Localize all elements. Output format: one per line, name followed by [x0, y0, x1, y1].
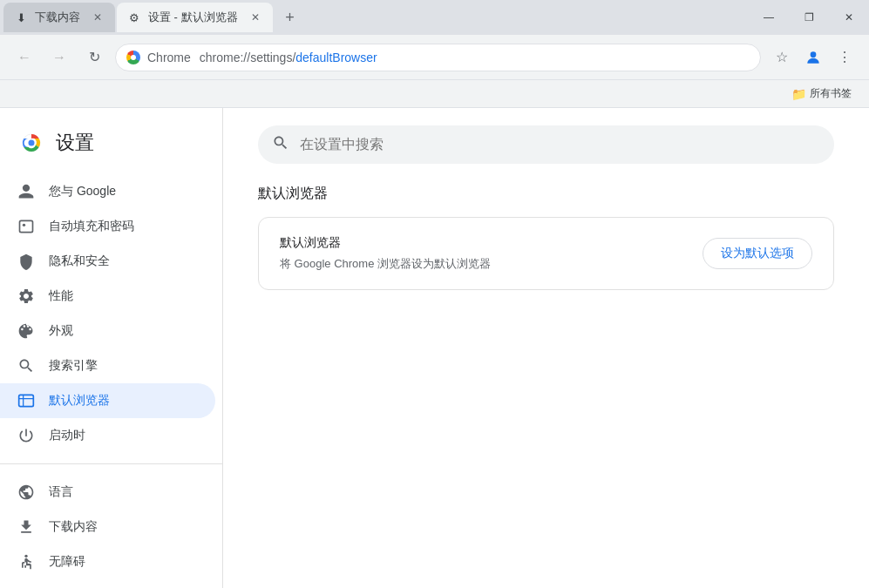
badge-icon: [17, 218, 35, 235]
card-main-title: 默认浏览器: [280, 235, 491, 251]
window-controls: — ❐ ✕: [749, 0, 869, 35]
sidebar-item-privacy[interactable]: 隐私和安全: [0, 244, 215, 279]
sidebar-privacy-label: 隐私和安全: [49, 253, 110, 269]
palette-icon: [17, 322, 35, 340]
sidebar-item-performance[interactable]: 性能: [0, 279, 215, 314]
svg-point-0: [811, 51, 817, 57]
sidebar-default-browser-label: 默认浏览器: [49, 393, 110, 409]
sidebar-language-label: 语言: [49, 484, 73, 500]
accessibility-icon: [17, 553, 35, 571]
menu-button[interactable]: ⋮: [831, 44, 859, 71]
maximize-button[interactable]: ❐: [789, 3, 829, 31]
shield-icon: [17, 253, 35, 270]
settings-page-title: 设置: [56, 130, 94, 156]
svg-rect-5: [20, 220, 33, 232]
bookmarks-bar: 📁 所有书签: [0, 80, 869, 108]
card-subtitle: 将 Google Chrome 浏览器设为默认浏览器: [280, 256, 491, 272]
all-bookmarks-label: 所有书签: [810, 86, 852, 101]
bookmark-button[interactable]: ☆: [768, 44, 796, 71]
minimize-button[interactable]: —: [749, 3, 789, 31]
svg-point-8: [24, 555, 27, 558]
tab-bar: ⬇ 下载内容 ✕ ⚙ 设置 - 默认浏览器 ✕ + — ❐ ✕: [0, 0, 869, 35]
sidebar-item-accessibility[interactable]: 无障碍: [0, 544, 215, 579]
section-title: 默认浏览器: [258, 185, 834, 203]
sidebar-autofill-label: 自动填充和密码: [49, 219, 134, 234]
sidebar-divider: [0, 463, 222, 464]
default-browser-card: 默认浏览器 将 Google Chrome 浏览器设为默认浏览器 设为默认选项: [258, 217, 834, 290]
sidebar-startup-label: 启动时: [49, 428, 85, 443]
browser-content: 设置 您与 Google 自动填充和密码: [0, 108, 869, 588]
address-url: chrome://settings/defaultBrowser: [200, 51, 750, 64]
back-button[interactable]: ←: [10, 44, 38, 71]
chrome-icon-inner: [131, 55, 136, 60]
all-bookmarks-item[interactable]: 📁 所有书签: [784, 83, 859, 105]
browser-frame: ⬇ 下载内容 ✕ ⚙ 设置 - 默认浏览器 ✕ + — ❐ ✕ ← → ↻ Ch: [0, 0, 869, 588]
default-browser-icon: [17, 392, 35, 409]
download-tab-favicon: ⬇: [14, 10, 28, 24]
close-button[interactable]: ✕: [829, 3, 869, 31]
download-tab-title: 下载内容: [35, 10, 80, 25]
card-content-left: 默认浏览器 将 Google Chrome 浏览器设为默认浏览器: [280, 235, 491, 272]
url-prefix: chrome://settings/: [200, 51, 296, 64]
folder-icon: 📁: [791, 87, 806, 101]
person-icon: [17, 183, 35, 200]
tab-settings[interactable]: ⚙ 设置 - 默认浏览器 ✕: [117, 3, 273, 32]
forward-button[interactable]: →: [45, 44, 73, 71]
sidebar-item-downloads[interactable]: 下载内容: [0, 510, 215, 544]
sidebar-downloads-label: 下载内容: [49, 519, 98, 535]
url-highlight: defaultBrowser: [295, 51, 377, 64]
search-icon: [17, 357, 35, 375]
sidebar-item-system[interactable]: 系统: [0, 579, 215, 588]
svg-rect-7: [19, 395, 34, 406]
sidebar-section-secondary: 语言 下载内容 无障碍: [0, 471, 222, 588]
search-bar-icon: [272, 134, 289, 156]
sidebar-item-autofill[interactable]: 自动填充和密码: [0, 209, 215, 244]
tab-bar-left: ⬇ 下载内容 ✕ ⚙ 设置 - 默认浏览器 ✕ +: [0, 0, 302, 35]
settings-tab-favicon: ⚙: [127, 10, 141, 24]
sidebar-item-startup[interactable]: 启动时: [0, 418, 215, 453]
chrome-security-icon: [126, 51, 140, 64]
sidebar-item-search[interactable]: 搜索引擎: [0, 348, 215, 383]
reload-button[interactable]: ↻: [80, 44, 108, 71]
settings-tab-close[interactable]: ✕: [248, 10, 262, 24]
settings-search-bar[interactable]: [258, 125, 834, 164]
address-actions: ☆ ⋮: [768, 44, 859, 71]
svg-point-4: [29, 140, 35, 146]
sidebar-appearance-label: 外观: [49, 323, 73, 339]
download-icon: [17, 518, 35, 536]
set-default-button[interactable]: 设为默认选项: [703, 238, 812, 269]
search-input[interactable]: [300, 137, 820, 152]
sidebar-performance-label: 性能: [49, 288, 73, 304]
chrome-logo-icon: [17, 129, 45, 157]
tab-download[interactable]: ⬇ 下载内容 ✕: [3, 3, 115, 32]
sidebar-item-appearance[interactable]: 外观: [0, 314, 215, 348]
settings-tab-title: 设置 - 默认浏览器: [148, 10, 238, 25]
chrome-label: Chrome: [147, 51, 191, 64]
profile-button[interactable]: [799, 44, 827, 71]
settings-sidebar: 设置 您与 Google 自动填充和密码: [0, 108, 223, 588]
performance-icon: [17, 287, 35, 305]
settings-main: 默认浏览器 默认浏览器 将 Google Chrome 浏览器设为默认浏览器 设…: [223, 108, 869, 588]
settings-logo: 设置: [0, 122, 222, 171]
sidebar-section-main: 您与 Google 自动填充和密码 隐私和安全: [0, 171, 222, 456]
sidebar-item-google[interactable]: 您与 Google: [0, 174, 215, 209]
new-tab-button[interactable]: +: [278, 5, 302, 30]
download-tab-close[interactable]: ✕: [91, 10, 105, 24]
address-input-box[interactable]: Chrome chrome://settings/defaultBrowser: [115, 44, 761, 71]
sidebar-accessibility-label: 无障碍: [49, 554, 85, 570]
sidebar-item-default-browser[interactable]: 默认浏览器: [0, 383, 215, 418]
svg-point-6: [23, 224, 25, 226]
sidebar-google-label: 您与 Google: [49, 184, 116, 199]
power-icon: [17, 427, 35, 444]
sidebar-item-language[interactable]: 语言: [0, 475, 215, 510]
address-bar: ← → ↻ Chrome chrome://settings/defaultBr…: [0, 35, 869, 80]
sidebar-search-label: 搜索引擎: [49, 358, 98, 374]
globe-icon: [17, 483, 35, 501]
